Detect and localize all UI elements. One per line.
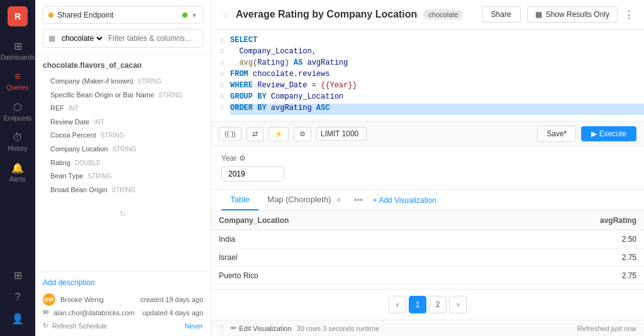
table-row: Israel2.75 <box>211 249 644 267</box>
updated-date: updated 4 days ago <box>142 309 203 317</box>
share-button[interactable]: Share <box>482 6 521 23</box>
table-row: Puerto Rico2.75 <box>211 267 644 285</box>
column-type: STRING <box>87 173 111 180</box>
title-badge: chocolate <box>423 9 463 19</box>
page-2-button[interactable]: 2 <box>429 296 447 313</box>
save-button[interactable]: Save* <box>537 126 576 142</box>
sidebar-item-alerts[interactable]: 🔔 Alerts <box>0 157 35 188</box>
email-icon: ✉ <box>43 308 48 317</box>
lightning-btn[interactable]: ⚡ <box>269 127 289 141</box>
template-btn[interactable]: {{ }} <box>219 127 242 141</box>
line-number: 3 <box>211 58 230 70</box>
main-content: ☆ Average Rating by Company Location cho… <box>211 0 644 336</box>
schema-select[interactable]: chocolate <box>59 33 104 43</box>
endpoint-selector[interactable]: Shared Endpoint ▼ <box>43 6 203 24</box>
queries-icon: ≡ <box>14 71 20 82</box>
line-content: GROUP BY Company_Location <box>230 92 644 104</box>
table-row: India2.50 <box>211 230 644 249</box>
cell-company-location: Puerto Rico <box>211 267 480 285</box>
results-only-button[interactable]: ▦ Show Results Only <box>527 6 618 23</box>
settings-btn[interactable]: ⚙ <box>294 127 311 141</box>
sidebar-label-dashboards: Dashboards <box>1 54 35 61</box>
edit-icon: ✏ <box>231 324 236 332</box>
column-item: Broad Bean Origin STRING <box>43 183 203 197</box>
code-line-2: 2 Company_Location, <box>211 47 644 58</box>
query-toolbar: {{ }} ⇄ ⚡ ⚙ Save* ▶ Execute <box>211 122 644 146</box>
format-btn[interactable]: ⇄ <box>247 127 264 141</box>
line-content: SELECT <box>230 36 644 47</box>
pagination: ‹ 1 2 › <box>211 289 644 320</box>
line-number: 6 <box>211 92 230 104</box>
column-type: STRING <box>101 132 125 139</box>
author-avatar: BW <box>43 293 55 306</box>
code-line-6: 6 GROUP BY Company_Location <box>211 92 644 104</box>
sidebar-label-endpoints: Endpoints <box>4 115 31 122</box>
code-area[interactable]: 1 SELECT 2 Company_Location, 3 avg(Ratin… <box>211 30 644 121</box>
add-description-link[interactable]: Add description <box>43 278 203 287</box>
param-row: Year ⚙ <box>221 154 634 182</box>
sidebar-item-queries[interactable]: ≡ Queries <box>0 66 35 96</box>
endpoint-label: Shared Endpoint <box>57 11 179 19</box>
limit-input[interactable] <box>316 127 367 141</box>
line-number: 4 <box>211 70 230 81</box>
column-item: Company Location STRING <box>43 143 203 156</box>
page-title: Average Rating by Company Location <box>236 9 417 20</box>
refreshed-label: Refreshed just now <box>577 325 636 332</box>
column-item: Bean Type STRING <box>43 170 203 183</box>
line-number: 7 <box>211 104 230 115</box>
created-date: created 19 days ago <box>140 296 203 303</box>
dashboards-icon: ⊞ <box>14 40 22 52</box>
sidebar-item-grid[interactable]: ⊞ <box>11 264 24 286</box>
sidebar-item-dashboards[interactable]: ⊞ Dashboards <box>0 35 35 66</box>
main-header: ☆ Average Rating by Company Location cho… <box>211 0 644 30</box>
tab-more-icon[interactable]: ••• <box>350 190 367 210</box>
line-content: FROM chocolate.reviews <box>230 70 644 81</box>
left-panel: Shared Endpoint ▼ ▦ chocolate chocolate.… <box>35 0 211 336</box>
tab-table[interactable]: Table <box>221 190 258 210</box>
year-input[interactable] <box>221 166 284 182</box>
table-header-row: Company_Location avgRating <box>211 211 644 230</box>
endpoint-chevron-icon: ▼ <box>191 12 197 19</box>
sidebar-label-alerts: Alerts <box>9 176 26 183</box>
sidebar-item-endpoints[interactable]: ⬡ Endpoints <box>0 96 35 127</box>
tab-close-icon[interactable]: ✕ <box>336 196 341 203</box>
filter-input[interactable] <box>108 34 203 43</box>
author-row: BW Brooke Wenig created 19 days ago <box>43 293 203 306</box>
column-item: Company (Maker-if known) STRING <box>43 75 203 89</box>
tab-map[interactable]: Map (Choropleth) ✕ <box>258 190 350 210</box>
column-type: STRING <box>112 187 136 193</box>
footer-dot: ⋮ <box>219 324 226 332</box>
table-icon: ▦ <box>48 34 55 43</box>
line-number: 1 <box>211 36 230 47</box>
star-icon[interactable]: ☆ <box>221 9 230 19</box>
refresh-value[interactable]: Never <box>185 322 203 330</box>
more-options-icon[interactable]: ⋮ <box>624 9 634 21</box>
grid-icon: ⊞ <box>14 269 22 281</box>
col-header-company-location: Company_Location <box>211 211 480 230</box>
refresh-icon: ↻ <box>43 322 48 330</box>
line-number: 2 <box>211 47 230 58</box>
line-content: Company_Location, <box>230 47 644 58</box>
code-line-4: 4 FROM chocolate.reviews <box>211 70 644 81</box>
sidebar-item-user[interactable]: 👤 <box>11 308 24 330</box>
add-visualization-button[interactable]: + Add Visualization <box>367 191 443 210</box>
code-line-3: 3 avg(Rating) AS avgRating <box>211 58 644 70</box>
line-content: WHERE Review_Date = {{Year}} <box>230 81 644 92</box>
left-panel-content: chocolate.flavors_of_cacao Company (Make… <box>35 55 211 271</box>
endpoints-icon: ⬡ <box>13 101 22 113</box>
page-1-button[interactable]: 1 <box>409 296 426 313</box>
sidebar-bottom: ⊞ ? 👤 <box>11 264 24 330</box>
sidebar-label-history: History <box>8 145 27 152</box>
edit-visualization-button[interactable]: ✏ Edit Visualization <box>231 324 292 332</box>
sidebar-item-history[interactable]: ⏱ History <box>0 127 35 157</box>
column-type: STRING <box>158 92 182 99</box>
code-editor: 1 SELECT 2 Company_Location, 3 avg(Ratin… <box>211 30 644 122</box>
next-page-button[interactable]: › <box>449 296 467 313</box>
sidebar-item-help[interactable]: ? <box>11 286 24 308</box>
line-content: ORDER BY avgRating ASC <box>230 104 644 115</box>
author-name: Brooke Wenig <box>60 296 104 303</box>
refresh-label: Refresh Schedule <box>52 322 107 330</box>
prev-page-button[interactable]: ‹ <box>389 296 406 313</box>
user-info: BW Brooke Wenig created 19 days ago ✉ al… <box>43 293 203 317</box>
execute-button[interactable]: ▶ Execute <box>581 126 636 141</box>
